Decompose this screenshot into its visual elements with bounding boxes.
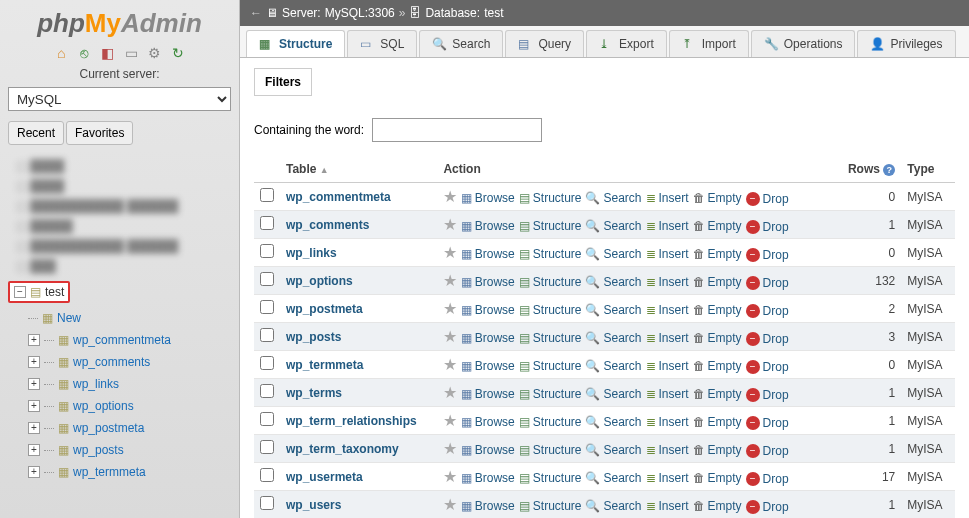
expand-icon[interactable]: + bbox=[28, 400, 40, 412]
action-browse[interactable]: ▦Browse bbox=[461, 303, 515, 317]
action-structure[interactable]: ▤Structure bbox=[519, 331, 582, 345]
action-empty[interactable]: 🗑Empty bbox=[693, 471, 742, 485]
action-search[interactable]: 🔍Search bbox=[585, 443, 641, 457]
action-structure[interactable]: ▤Structure bbox=[519, 443, 582, 457]
action-empty[interactable]: 🗑Empty bbox=[693, 331, 742, 345]
tree-table-item[interactable]: +▦ wp_comments bbox=[28, 351, 231, 373]
row-checkbox[interactable] bbox=[260, 272, 274, 286]
row-checkbox[interactable] bbox=[260, 468, 274, 482]
action-drop[interactable]: −Drop bbox=[746, 304, 789, 318]
action-browse[interactable]: ▦Browse bbox=[461, 191, 515, 205]
tab-privileges[interactable]: 👤Privileges bbox=[857, 30, 955, 57]
action-search[interactable]: 🔍Search bbox=[585, 331, 641, 345]
row-checkbox[interactable] bbox=[260, 300, 274, 314]
settings-icon[interactable]: ⚙ bbox=[147, 45, 163, 61]
favorite-star-icon[interactable]: ★ bbox=[443, 356, 457, 373]
action-insert[interactable]: ≣Insert bbox=[646, 219, 689, 233]
table-name-link[interactable]: wp_postmeta bbox=[286, 302, 363, 316]
action-browse[interactable]: ▦Browse bbox=[461, 443, 515, 457]
action-structure[interactable]: ▤Structure bbox=[519, 219, 582, 233]
action-search[interactable]: 🔍Search bbox=[585, 247, 641, 261]
expand-icon[interactable]: + bbox=[28, 444, 40, 456]
action-structure[interactable]: ▤Structure bbox=[519, 415, 582, 429]
action-browse[interactable]: ▦Browse bbox=[461, 275, 515, 289]
table-name-link[interactable]: wp_options bbox=[286, 274, 353, 288]
action-insert[interactable]: ≣Insert bbox=[646, 443, 689, 457]
expand-icon[interactable]: + bbox=[28, 466, 40, 478]
action-empty[interactable]: 🗑Empty bbox=[693, 247, 742, 261]
action-search[interactable]: 🔍Search bbox=[585, 471, 641, 485]
table-name-link[interactable]: wp_usermeta bbox=[286, 470, 363, 484]
action-drop[interactable]: −Drop bbox=[746, 444, 789, 458]
logout-icon[interactable]: ⎋ bbox=[76, 45, 92, 61]
expand-icon[interactable]: + bbox=[28, 334, 40, 346]
action-search[interactable]: 🔍Search bbox=[585, 387, 641, 401]
row-checkbox[interactable] bbox=[260, 188, 274, 202]
favorite-star-icon[interactable]: ★ bbox=[443, 412, 457, 429]
tree-table-label[interactable]: wp_posts bbox=[73, 443, 124, 457]
row-checkbox[interactable] bbox=[260, 328, 274, 342]
action-insert[interactable]: ≣Insert bbox=[646, 387, 689, 401]
table-name-link[interactable]: wp_term_relationships bbox=[286, 414, 417, 428]
tree-table-item[interactable]: +▦ wp_options bbox=[28, 395, 231, 417]
tree-table-label[interactable]: wp_termmeta bbox=[73, 465, 146, 479]
action-drop[interactable]: −Drop bbox=[746, 220, 789, 234]
action-insert[interactable]: ≣Insert bbox=[646, 303, 689, 317]
expand-icon[interactable]: + bbox=[28, 378, 40, 390]
panel-collapse-icon[interactable]: ← bbox=[250, 6, 262, 20]
action-search[interactable]: 🔍Search bbox=[585, 191, 641, 205]
tree-new[interactable]: ▦ New bbox=[28, 307, 231, 329]
favorite-star-icon[interactable]: ★ bbox=[443, 384, 457, 401]
action-structure[interactable]: ▤Structure bbox=[519, 359, 582, 373]
action-insert[interactable]: ≣Insert bbox=[646, 275, 689, 289]
col-type[interactable]: Type bbox=[901, 156, 955, 183]
favorite-star-icon[interactable]: ★ bbox=[443, 440, 457, 457]
row-checkbox[interactable] bbox=[260, 216, 274, 230]
action-drop[interactable]: −Drop bbox=[746, 276, 789, 290]
tree-table-label[interactable]: wp_postmeta bbox=[73, 421, 144, 435]
action-insert[interactable]: ≣Insert bbox=[646, 415, 689, 429]
tab-structure[interactable]: ▦Structure bbox=[246, 30, 345, 57]
action-search[interactable]: 🔍Search bbox=[585, 219, 641, 233]
favorite-star-icon[interactable]: ★ bbox=[443, 468, 457, 485]
action-empty[interactable]: 🗑Empty bbox=[693, 387, 742, 401]
action-structure[interactable]: ▤Structure bbox=[519, 303, 582, 317]
table-name-link[interactable]: wp_links bbox=[286, 246, 337, 260]
action-browse[interactable]: ▦Browse bbox=[461, 387, 515, 401]
logo[interactable]: phpMyAdmin bbox=[8, 8, 231, 39]
filter-input[interactable] bbox=[372, 118, 542, 142]
tree-table-label[interactable]: wp_commentmeta bbox=[73, 333, 171, 347]
action-browse[interactable]: ▦Browse bbox=[461, 415, 515, 429]
action-drop[interactable]: −Drop bbox=[746, 248, 789, 262]
action-insert[interactable]: ≣Insert bbox=[646, 331, 689, 345]
table-name-link[interactable]: wp_termmeta bbox=[286, 358, 363, 372]
side-tab-favorites[interactable]: Favorites bbox=[66, 121, 133, 145]
action-drop[interactable]: −Drop bbox=[746, 360, 789, 374]
bc-server-value[interactable]: MySQL:3306 bbox=[325, 6, 395, 20]
action-insert[interactable]: ≣Insert bbox=[646, 247, 689, 261]
action-insert[interactable]: ≣Insert bbox=[646, 499, 689, 513]
row-checkbox[interactable] bbox=[260, 412, 274, 426]
row-checkbox[interactable] bbox=[260, 440, 274, 454]
favorite-star-icon[interactable]: ★ bbox=[443, 188, 457, 205]
col-table[interactable]: Table ▲ bbox=[280, 156, 437, 183]
side-tab-recent[interactable]: Recent bbox=[8, 121, 64, 145]
action-empty[interactable]: 🗑Empty bbox=[693, 303, 742, 317]
table-name-link[interactable]: wp_terms bbox=[286, 386, 342, 400]
favorite-star-icon[interactable]: ★ bbox=[443, 300, 457, 317]
action-browse[interactable]: ▦Browse bbox=[461, 359, 515, 373]
action-search[interactable]: 🔍Search bbox=[585, 303, 641, 317]
action-empty[interactable]: 🗑Empty bbox=[693, 499, 742, 513]
tree-table-label[interactable]: wp_comments bbox=[73, 355, 150, 369]
tree-table-item[interactable]: +▦ wp_postmeta bbox=[28, 417, 231, 439]
action-empty[interactable]: 🗑Empty bbox=[693, 219, 742, 233]
tab-export[interactable]: ⤓Export bbox=[586, 30, 667, 57]
action-structure[interactable]: ▤Structure bbox=[519, 247, 582, 261]
sql-icon[interactable]: ▭ bbox=[123, 45, 139, 61]
action-empty[interactable]: 🗑Empty bbox=[693, 359, 742, 373]
action-drop[interactable]: −Drop bbox=[746, 388, 789, 402]
reload-icon[interactable]: ↻ bbox=[170, 45, 186, 61]
action-empty[interactable]: 🗑Empty bbox=[693, 275, 742, 289]
tree-table-item[interactable]: +▦ wp_links bbox=[28, 373, 231, 395]
favorite-star-icon[interactable]: ★ bbox=[443, 216, 457, 233]
